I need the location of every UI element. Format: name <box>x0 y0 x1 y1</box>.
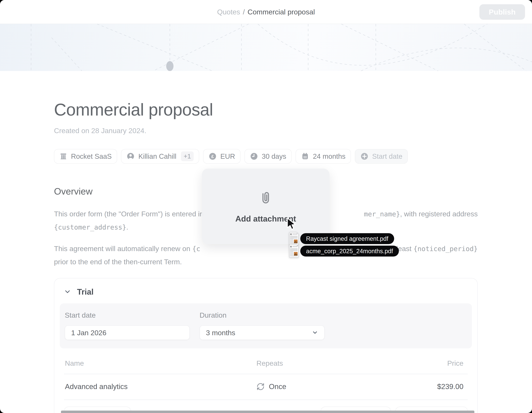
p1-right-fragment: mer_name}, with registered address <box>364 207 478 220</box>
pill-term-label: 24 months <box>313 152 345 160</box>
page-title[interactable]: Commercial proposal <box>54 100 478 120</box>
overview-paragraph-2[interactable]: This agreement will automatically renew … <box>54 242 478 268</box>
pill-owner-label: Killian Cahill <box>138 152 176 160</box>
top-bar: Quotes / Commercial proposal Publish <box>0 0 532 24</box>
products-table: Name Repeats Price Advanced analytics <box>64 352 468 400</box>
svg-text:H: H <box>290 233 292 235</box>
product-repeats-label: Once <box>269 382 286 391</box>
pattern-node-dot <box>166 61 173 71</box>
breadcrumb-current: Commercial proposal <box>247 8 315 16</box>
select-chevron-icon <box>312 329 318 336</box>
trial-section-title: Trial <box>77 287 94 296</box>
svg-text:£: £ <box>211 154 214 159</box>
paperclip-icon <box>258 191 273 206</box>
product-repeats[interactable]: Once <box>256 382 363 391</box>
product-price: $239.00 <box>363 382 467 391</box>
pill-currency-label: EUR <box>220 152 235 160</box>
pill-company-label: Rocket SaaS <box>71 152 112 160</box>
dashed-pattern <box>0 24 532 71</box>
attachment-item: H acme_corp_2025_24months.pdf <box>289 244 399 258</box>
column-header-name: Name <box>65 359 256 367</box>
person-icon <box>126 152 135 160</box>
product-name: Advanced analytics <box>65 382 256 391</box>
duration-field: Duration 3 months <box>200 311 324 340</box>
paragraph-2-line-2: prior to the end of the then-current Ter… <box>54 255 478 268</box>
table-header-row: Name Repeats Price <box>64 352 468 374</box>
pdf-document-icon: H <box>289 232 299 245</box>
created-date: Created on 28 January 2024. <box>54 126 478 135</box>
dragged-attachments: H Raycast signed agreement.pdf H <box>289 232 399 258</box>
currency-coin-icon: £ <box>209 152 217 160</box>
attachment-chip[interactable]: acme_corp_2025_24months.pdf <box>300 246 399 256</box>
attachment-item: H Raycast signed agreement.pdf <box>289 232 399 246</box>
pill-term[interactable]: 24 months <box>295 149 351 164</box>
pill-owner[interactable]: Killian Cahill +1 <box>121 149 199 164</box>
mouse-cursor <box>286 217 297 230</box>
column-header-price: Price <box>363 359 467 367</box>
column-header-repeats: Repeats <box>256 359 363 367</box>
repeat-cycle-icon <box>256 383 265 391</box>
p2-left-fragment: This agreement will automatically renew … <box>54 244 200 253</box>
start-date-field: Start date 1 Jan 2026 <box>65 311 190 340</box>
trial-section-card: Trial Start date 1 Jan 2026 Duration 3 m… <box>54 278 478 413</box>
breadcrumb: Quotes / Commercial proposal <box>217 8 315 16</box>
app-window: Quotes / Commercial proposal Publish <box>0 0 532 413</box>
table-divider <box>64 400 468 400</box>
pill-start-date[interactable]: Start date <box>355 149 408 164</box>
pill-company[interactable]: Rocket SaaS <box>54 149 117 164</box>
trial-settings-panel: Start date 1 Jan 2026 Duration 3 months <box>60 303 472 348</box>
plus-circle-icon <box>360 152 369 160</box>
attachment-chip[interactable]: Raycast signed agreement.pdf <box>300 233 394 244</box>
start-date-label: Start date <box>65 311 190 319</box>
publish-button[interactable]: Publish <box>479 4 525 20</box>
pdf-document-icon: H <box>289 244 299 258</box>
breadcrumb-separator: / <box>243 8 245 16</box>
duration-label: Duration <box>200 311 324 319</box>
pill-payment-terms[interactable]: 30 days <box>245 149 292 164</box>
duration-select[interactable]: 3 months <box>200 325 324 340</box>
calendar-icon <box>301 152 309 160</box>
duration-value: 3 months <box>206 329 235 337</box>
pill-payment-terms-label: 30 days <box>262 152 286 160</box>
chevron-down-icon[interactable] <box>64 288 71 295</box>
svg-text:H: H <box>290 246 292 248</box>
owner-overflow-badge[interactable]: +1 <box>181 151 194 161</box>
table-row[interactable]: Advanced analytics Once $239.00 <box>64 374 468 400</box>
trial-section-header[interactable]: Trial <box>54 278 477 303</box>
header-pattern-band <box>0 24 532 71</box>
p1-left-fragment: This order form (the "Order Form") is en… <box>54 210 204 218</box>
breadcrumb-quotes[interactable]: Quotes <box>217 8 240 16</box>
building-icon <box>59 152 67 160</box>
main-content: Commercial proposal Created on 28 Januar… <box>0 100 532 413</box>
pill-start-date-label: Start date <box>372 152 402 160</box>
start-date-input[interactable]: 1 Jan 2026 <box>65 325 190 340</box>
next-section-edge <box>61 411 474 413</box>
clock-icon <box>250 152 258 160</box>
pill-currency[interactable]: £ EUR <box>203 149 240 164</box>
metadata-pills: Rocket SaaS Killian Cahill +1 £ <box>54 149 478 164</box>
